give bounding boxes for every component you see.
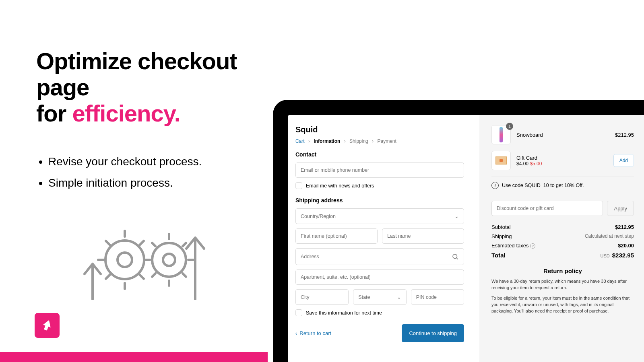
breadcrumb-shipping: Shipping <box>349 138 368 144</box>
chevron-down-icon: ⌄ <box>397 294 401 300</box>
checkout-screen: Squid Cart › Information › Shipping › Pa… <box>288 115 644 362</box>
chevron-left-icon: ‹ <box>295 330 297 336</box>
cart-item: 1 Snowboard $212.95 <box>491 125 634 144</box>
country-select[interactable]: Country/Region ⌄ <box>295 208 464 224</box>
item-price: $212.95 <box>615 132 634 138</box>
bullet-list: Revise your checkout process. Simple ini… <box>36 151 270 193</box>
svg-point-0 <box>105 241 144 279</box>
chevron-right-icon: › <box>344 138 346 144</box>
state-select[interactable]: State⌄ <box>353 289 406 305</box>
hero-headline: Optimize checkout page for efficiency. <box>36 48 270 127</box>
contact-title: Contact <box>295 151 464 158</box>
pin-field[interactable]: PIN code <box>411 289 464 305</box>
breadcrumb-information: Information <box>314 138 340 144</box>
app-icon <box>35 313 60 338</box>
first-name-field[interactable]: First name (optional) <box>295 228 378 244</box>
qty-badge: 1 <box>506 123 513 130</box>
store-brand: Squid <box>295 125 464 134</box>
promo-banner: i Use code SQUID_10 to get 10% Off. <box>491 177 634 194</box>
discount-input[interactable]: Discount code or gift card <box>491 201 603 216</box>
shipping-row: ShippingCalculated at next step <box>491 233 634 239</box>
upsell-item: Gift Card $4.00 $5.00 Add <box>491 151 634 170</box>
svg-line-7 <box>456 258 458 259</box>
svg-point-6 <box>453 254 457 259</box>
return-policy-text: We have a 30-day return policy, which me… <box>491 278 634 291</box>
save-info-checkbox[interactable] <box>295 309 302 316</box>
product-thumb: 1 <box>491 125 511 144</box>
product-thumb <box>491 151 511 170</box>
subtotal-row: Subtotal$212.95 <box>491 224 634 230</box>
info-icon: i <box>491 182 499 189</box>
shipping-title: Shipping address <box>295 197 464 204</box>
svg-point-3 <box>163 254 175 266</box>
hero-line1: Optimize checkout page <box>36 48 237 100</box>
help-icon[interactable]: ? <box>530 243 535 249</box>
svg-point-2 <box>152 243 186 277</box>
breadcrumb: Cart › Information › Shipping › Payment <box>295 138 464 144</box>
newsletter-checkbox[interactable] <box>295 182 302 189</box>
email-field[interactable]: Email or mobile phone number <box>295 162 464 178</box>
total-row: Total USD$232.95 <box>491 252 634 259</box>
svg-point-1 <box>118 253 132 267</box>
bullet-item: Revise your checkout process. <box>48 151 270 172</box>
device-frame: Squid Cart › Information › Shipping › Pa… <box>273 100 644 362</box>
hero-line2-prefix: for <box>36 100 72 126</box>
item-name: Snowboard <box>516 132 543 138</box>
return-policy-title: Return policy <box>491 267 634 274</box>
hero-accent: efficiency. <box>72 100 180 126</box>
search-icon <box>452 253 459 260</box>
item-price: $4.00 <box>516 161 528 167</box>
gears-illustration <box>78 216 270 302</box>
breadcrumb-cart[interactable]: Cart <box>295 138 305 144</box>
bottom-accent-bar <box>0 352 268 362</box>
return-policy-text: To be eligible for a return, your item m… <box>491 295 634 315</box>
add-button[interactable]: Add <box>613 154 634 167</box>
city-field[interactable]: City <box>295 289 349 305</box>
item-compare-price: $5.00 <box>530 161 542 167</box>
apply-button[interactable]: Apply <box>607 201 634 216</box>
newsletter-label: Email me with news and offers <box>306 183 374 189</box>
bullet-item: Simple initiation process. <box>48 172 270 193</box>
save-info-label: Save this information for next time <box>306 310 382 316</box>
item-name: Gift Card <box>516 155 542 161</box>
apartment-field[interactable]: Apartment, suite, etc. (optional) <box>295 269 464 285</box>
continue-to-shipping-button[interactable]: Continue to shipping <box>402 324 464 342</box>
tax-row: Estimated taxes ? $20.00 <box>491 243 634 249</box>
chevron-right-icon: › <box>308 138 310 144</box>
chevron-down-icon: ⌄ <box>454 213 459 219</box>
chevron-right-icon: › <box>372 138 374 144</box>
breadcrumb-payment: Payment <box>377 138 396 144</box>
return-to-cart-link[interactable]: ‹ Return to cart <box>295 330 331 336</box>
last-name-field[interactable]: Last name <box>382 228 464 244</box>
address-field[interactable]: Address <box>295 248 464 265</box>
